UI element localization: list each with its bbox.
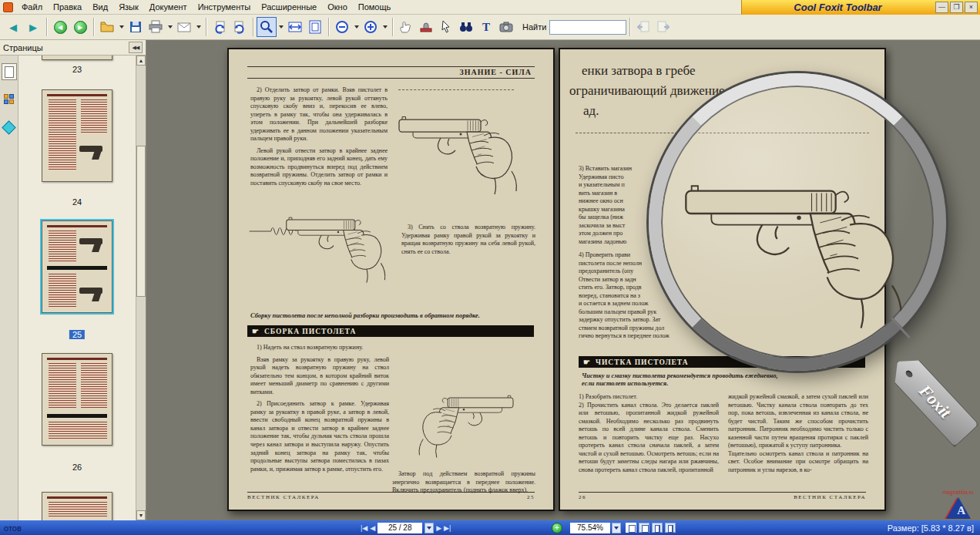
menu-file[interactable]: Файл	[16, 1, 48, 13]
floppy-icon	[128, 19, 143, 35]
print-button[interactable]	[146, 17, 166, 37]
menu-tools[interactable]: Инструменты	[193, 1, 257, 13]
arrow-left-icon: ◀	[9, 22, 17, 33]
hand-tool-button[interactable]	[396, 17, 416, 37]
fit-width-icon	[287, 19, 303, 35]
section-header-assembly: ☛ СБОРКА ПИСТОЛЕТА	[247, 325, 534, 337]
thumbnail-content	[47, 94, 107, 96]
page-25-italic-note: Сборку пистолета после неполной разборки…	[250, 311, 535, 319]
zoom-percent-dropdown[interactable]	[612, 523, 621, 533]
status-bar: отов |◀ ◀ 25 / 28 ▶ ▶| + 75.54% Размер: …	[0, 520, 980, 535]
previous-page-button[interactable]: ◀	[370, 524, 375, 532]
maximize-button[interactable]: ❐	[950, 2, 963, 13]
scrollbar-track[interactable]	[136, 66, 146, 510]
green-forward-icon: ▶	[74, 21, 87, 34]
next-view-button[interactable]: ▶	[23, 17, 43, 37]
find-button[interactable]	[456, 17, 476, 37]
save-button[interactable]	[126, 17, 146, 37]
zoom-out-button[interactable]	[332, 17, 352, 37]
menu-edit[interactable]: Правка	[48, 1, 87, 13]
layers-icon	[2, 120, 15, 134]
scrollbar-thumb[interactable]	[136, 146, 146, 297]
zoom-percent-box[interactable]: 75.54%	[570, 523, 610, 533]
menu-document[interactable]: Документ	[144, 1, 193, 13]
open-dropdown[interactable]	[117, 18, 126, 36]
thumbnail-label-24[interactable]: 24	[72, 197, 82, 207]
panel-collapse-button[interactable]: ◀◀	[129, 42, 143, 53]
thumbnail-content	[81, 363, 107, 409]
thumbnail-label-26[interactable]: 26	[72, 463, 82, 472]
pointing-hand-icon: ☛	[583, 358, 591, 366]
rotate-right-icon	[232, 19, 247, 35]
arrow-right-icon: ▶	[29, 22, 37, 33]
thumbnail-pistol-image	[79, 238, 102, 244]
pages-tab-button[interactable]	[2, 63, 17, 80]
thumbnail-page-24[interactable]	[42, 89, 112, 182]
menu-help[interactable]: Помощь	[353, 1, 397, 13]
thumbnail-content	[81, 99, 107, 133]
next-page-button[interactable]: ▶	[436, 524, 441, 532]
fit-page-button[interactable]	[305, 17, 325, 37]
page-25-paragraphs: 2) Отделить затвор от рамки. Взяв пистол…	[250, 86, 388, 192]
rotate-right-button[interactable]	[230, 17, 250, 37]
thumbnail-content	[47, 496, 107, 499]
journal-name: ВЕСТНИК СТАЛКЕРА	[247, 494, 320, 500]
select-tool-button[interactable]	[436, 17, 456, 37]
document-view[interactable]: ЗНАНИЕ - СИЛА 2) Отделить затвор от рамк…	[146, 40, 980, 520]
thumbnails-grid-button[interactable]	[2, 91, 17, 108]
email-button[interactable]	[174, 17, 194, 37]
menu-view[interactable]: Вид	[87, 1, 113, 13]
text-tool-button[interactable]: T	[476, 17, 496, 37]
facing-mode-button[interactable]	[652, 523, 663, 533]
thumbnail-label-25[interactable]: 25	[69, 330, 85, 339]
zoom-out-dropdown[interactable]	[352, 18, 361, 36]
zoom-tool-dropdown[interactable]	[277, 18, 285, 36]
menu-advanced[interactable]: Расширенные	[256, 1, 322, 13]
snapshot-button[interactable]	[416, 17, 436, 37]
zoom-in-dropdown[interactable]	[381, 18, 389, 36]
thumbnail-label-23[interactable]: 23	[72, 65, 82, 74]
search-input[interactable]	[549, 20, 626, 35]
last-page-button[interactable]: ▶|	[444, 524, 451, 532]
history-forward-button[interactable]: ▶	[70, 17, 90, 37]
menu-window[interactable]: Окно	[322, 1, 353, 13]
print-dropdown[interactable]	[166, 18, 174, 36]
thumbnail-content	[47, 225, 107, 227]
magnified-text-line-2: ограничивающий движение за	[569, 83, 739, 99]
thumbnail-page-26[interactable]	[42, 353, 112, 446]
scroll-down-button[interactable]: ▼	[136, 510, 146, 520]
menu-language[interactable]: Язык	[113, 1, 144, 13]
first-page-button[interactable]: |◀	[361, 524, 368, 532]
thumbnail-page-23[interactable]	[42, 56, 112, 60]
printer-icon	[148, 19, 163, 35]
find-previous-button[interactable]	[633, 17, 653, 37]
close-button[interactable]: ×	[965, 2, 978, 13]
email-dropdown[interactable]	[194, 18, 203, 36]
pages-icon	[5, 66, 14, 78]
thumbnail-page-25[interactable]	[42, 220, 112, 313]
watermark: magnetida.ru A	[938, 490, 978, 520]
sidebar-scrollbar[interactable]: ▲ ▼	[136, 56, 146, 520]
previous-view-button[interactable]: ◀	[3, 17, 23, 37]
zoom-in-button[interactable]	[361, 17, 381, 37]
find-next-button[interactable]	[653, 17, 673, 37]
folder-icon	[99, 19, 115, 35]
page-number-box[interactable]: 25 / 28	[378, 523, 422, 533]
continuous-facing-mode-button[interactable]	[665, 523, 676, 533]
layers-tab-button[interactable]	[2, 119, 17, 136]
minimize-button[interactable]: —	[935, 2, 948, 13]
zoom-tool-button[interactable]	[257, 17, 277, 37]
zoom-action-button[interactable]: +	[552, 523, 562, 533]
continuous-mode-button[interactable]	[639, 523, 649, 533]
fit-width-button[interactable]	[285, 17, 305, 37]
green-back-icon: ◀	[54, 21, 67, 34]
page-number-dropdown[interactable]	[425, 523, 434, 533]
thumbnail-pistol-image	[79, 288, 102, 294]
scroll-up-button[interactable]: ▲	[136, 56, 146, 66]
open-file-button[interactable]	[97, 17, 117, 37]
thumbnail-page-27[interactable]	[42, 492, 112, 520]
rotate-left-button[interactable]	[210, 17, 230, 37]
history-back-button[interactable]: ◀	[50, 17, 70, 37]
screenshot-button[interactable]	[496, 17, 516, 37]
single-page-mode-button[interactable]	[626, 523, 636, 533]
